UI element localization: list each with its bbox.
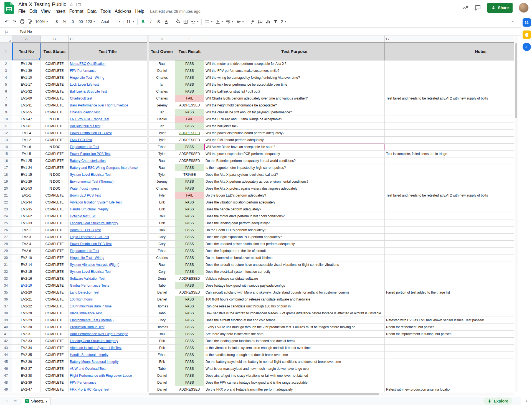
cell-test-owner[interactable]: Raul — [149, 60, 175, 67]
cell-test-result[interactable]: PASS — [175, 67, 204, 74]
cell-test-owner[interactable]: Tabb — [149, 282, 175, 289]
cell-test-result[interactable]: ADDRESSED — [175, 289, 204, 296]
cell-test-title[interactable]: AUW and Overload Test — [69, 365, 147, 372]
cell-notes[interactable]: Failed portion of test added to the tria… — [385, 289, 514, 296]
all-sheets-button[interactable] — [11, 397, 19, 405]
cell-test-status[interactable]: COMPLETE — [41, 372, 69, 379]
header-cell-test-status[interactable]: Test Status — [41, 42, 69, 60]
cell-notes[interactable] — [385, 351, 514, 358]
font-select[interactable]: Arial — [100, 17, 121, 26]
cell-test-purpose[interactable]: Does the flopdapter run the life of airc… — [204, 248, 385, 254]
cell-test-no[interactable]: EV2-39 — [12, 379, 41, 386]
row-header-17[interactable]: 17 — [0, 164, 12, 171]
undo-button[interactable] — [3, 17, 11, 26]
cell-test-purpose[interactable]: Does the updated power distribution test… — [204, 241, 385, 248]
cell-test-result[interactable]: PASS — [175, 144, 204, 151]
text-wrap-button[interactable] — [224, 17, 235, 26]
cell-test-title[interactable]: Gimbal Performance Tests — [69, 282, 147, 289]
cell-test-no[interactable]: EV2-30 — [12, 324, 41, 331]
test-title-link[interactable]: Hinge Life Test - Wiring — [70, 76, 104, 80]
cell-notes[interactable] — [385, 248, 514, 254]
cell-test-no[interactable]: EV1-62 — [12, 213, 41, 220]
cell-test-purpose[interactable]: Do the Batteries perform adequately in r… — [204, 157, 385, 164]
test-title-link[interactable]: Flight Performance with Ring Lever Loose — [70, 374, 132, 378]
cell-test-status[interactable]: COMPLETE — [41, 386, 69, 392]
cell-test-purpose[interactable]: Does the handle perform adequately? — [204, 206, 385, 213]
document-title[interactable]: Alta X Testing Public — [18, 1, 66, 7]
test-title-link[interactable]: Battery Mount Structural Integrity — [70, 360, 118, 364]
cell-test-status[interactable]: COMPLETE — [41, 254, 69, 261]
test-title-link[interactable]: System Level Electrical Test — [70, 270, 111, 274]
cell-test-title[interactable]: Environmental Test (Thermal) — [69, 317, 147, 324]
cell-test-no[interactable]: EV1-26 — [12, 60, 41, 67]
cell-test-no[interactable]: EV1-32 — [12, 88, 41, 95]
cell-test-result[interactable]: PASS — [175, 213, 204, 220]
cell-test-no[interactable]: EV1-39 — [12, 67, 41, 74]
row-header-10[interactable]: 10 — [0, 116, 12, 123]
row-header-32[interactable]: 32 — [0, 268, 12, 275]
redo-button[interactable] — [11, 17, 18, 26]
row-header-44[interactable]: 44 — [0, 351, 12, 358]
cell-test-purpose[interactable]: Are there any aero issues with the baro — [204, 331, 385, 338]
test-title-link[interactable]: Handle Structural Integrity — [70, 353, 108, 357]
functions-button[interactable]: Σ — [280, 17, 287, 26]
cell-test-title[interactable]: Chassis loading test — [69, 109, 147, 116]
explore-button[interactable]: Explore — [483, 398, 512, 405]
cell-test-title[interactable]: System Level Electrical Test — [69, 171, 147, 178]
cell-test-purpose[interactable]: Does the Alta X pass system level electr… — [204, 171, 385, 178]
cell-test-title[interactable]: 100hr minimum Burn in time — [69, 303, 147, 310]
cell-test-status[interactable]: COMPLETE — [41, 248, 69, 254]
cell-test-title[interactable]: Logic Expansion PCB Test — [69, 234, 147, 241]
move-folder-icon[interactable] — [76, 2, 81, 7]
cell-test-status[interactable]: COMPLETE — [41, 74, 69, 81]
row-header-24[interactable]: 24 — [0, 213, 12, 220]
cell-test-status[interactable]: COMPLETE — [41, 338, 69, 345]
cell-test-result[interactable]: PASS — [175, 351, 204, 358]
cell-test-purpose[interactable]: Will the FRX Pro and Futaba Range be acc… — [204, 116, 385, 123]
cell-notes[interactable] — [385, 74, 514, 81]
strikethrough-button[interactable]: S — [155, 17, 163, 26]
cell-test-owner[interactable]: Jeremy — [149, 178, 175, 185]
cell-test-no[interactable]: EV1-2 — [12, 137, 41, 144]
cell-test-status[interactable]: COMPLETE — [41, 95, 69, 102]
cell-test-purpose[interactable]: Every EV/DV unit must go through the 2 h… — [204, 324, 385, 331]
cell-test-status[interactable]: COMPLETE — [41, 130, 69, 137]
cell-test-status[interactable]: IN DOC — [41, 144, 69, 151]
header-cell-notes[interactable]: Notes — [385, 42, 514, 60]
cell-test-result[interactable]: ADDRESSED — [175, 157, 204, 164]
cell-test-result[interactable]: PASS — [175, 234, 204, 241]
cell-test-no[interactable]: EV2-4 — [12, 241, 41, 248]
cell-test-owner[interactable]: Tabb — [149, 310, 175, 317]
cell-test-result[interactable]: PASS — [175, 338, 204, 345]
cell-test-title[interactable]: FPV Performance — [69, 379, 147, 386]
cell-test-status[interactable]: COMPLETE — [41, 234, 69, 241]
cell-test-owner[interactable]: Thomas — [149, 324, 175, 331]
cell-test-owner[interactable]: Daniel — [149, 372, 175, 379]
row-header-27[interactable]: 27 — [0, 234, 12, 241]
cell-notes[interactable] — [385, 268, 514, 275]
activity-trend-icon[interactable] — [462, 4, 468, 11]
row-header-43[interactable]: 43 — [0, 345, 12, 351]
cell-test-purpose[interactable]: Does the aircraft structure have unaccep… — [204, 261, 385, 268]
test-title-link[interactable]: Production Burn-in Test — [70, 325, 105, 329]
star-icon[interactable] — [69, 2, 74, 7]
row-header-3[interactable]: 3 — [0, 67, 12, 74]
cell-test-no[interactable]: EV1-1 — [12, 192, 41, 199]
test-title-link[interactable]: Motor/ESC Qualification — [70, 62, 105, 66]
cell-test-result[interactable]: PASS — [175, 268, 204, 275]
cell-test-title[interactable]: FMU PCB Test — [69, 137, 147, 144]
cell-test-purpose[interactable]: Does the electrical system function corr… — [204, 268, 385, 275]
cell-notes[interactable] — [385, 171, 514, 178]
cell-test-purpose[interactable]: Does the FPV camera footage look good an… — [204, 379, 385, 386]
test-title-link[interactable]: 100hr minimum Burn in time — [70, 304, 112, 308]
cell-notes[interactable] — [385, 303, 514, 310]
test-title-link[interactable]: Chassis loading test — [70, 110, 100, 114]
cell-test-title[interactable]: Ball joint pull out test — [69, 123, 147, 130]
cell-test-result[interactable]: PASS — [175, 109, 204, 116]
test-title-link[interactable]: FPV Performance — [70, 381, 96, 384]
cell-test-title[interactable]: Hinge Life Test - Wiring — [69, 254, 147, 261]
cell-test-purpose[interactable]: Will the ball joints fail? — [204, 123, 385, 130]
test-title-link[interactable]: Boom LED PCB Test — [70, 193, 101, 197]
row-header-45[interactable]: 45 — [0, 358, 12, 365]
cell-test-purpose[interactable]: Will the wiring be damaged by folding / … — [204, 74, 385, 81]
